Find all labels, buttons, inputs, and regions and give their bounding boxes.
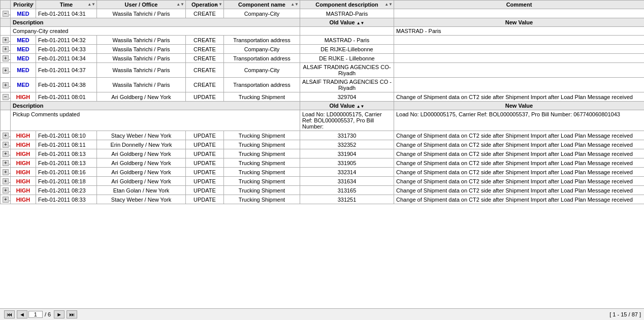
time-cell: Feb-01-2011 04:33 <box>36 45 97 54</box>
prev-page-button[interactable]: ◄ <box>17 310 27 318</box>
comment-cell: Change of Shipment data on CT2 side afte… <box>394 168 645 177</box>
expand-button[interactable]: + <box>3 197 9 203</box>
priority-cell: HIGH <box>11 149 36 158</box>
main-container: Priority ▲▼ Time ▲▼ User / Office ▲▼ Ope… <box>0 0 644 320</box>
detail-new-value: Load No: LD000005175, Carrier Ref: BOL00… <box>394 110 645 131</box>
expand-button[interactable]: − <box>3 94 9 100</box>
compdesc-cell: 331730 <box>300 131 394 140</box>
col-header-priority[interactable]: Priority ▲▼ <box>11 1 36 9</box>
expand-cell[interactable]: − <box>1 92 11 102</box>
expand-button[interactable]: + <box>3 142 9 148</box>
priority-cell: MED <box>11 78 36 92</box>
time-cell: Feb-01-2011 08:10 <box>36 131 97 140</box>
col-header-compdesc[interactable]: Component description ▲▼ <box>300 1 394 9</box>
time-cell: Feb-01-2011 08:16 <box>36 168 97 177</box>
expand-cell[interactable]: + <box>1 186 11 195</box>
table-row: + HIGH Feb-01-2011 08:11 Erin Donnelly /… <box>1 140 645 149</box>
expand-button[interactable]: + <box>3 37 9 43</box>
comment-cell <box>394 63 645 78</box>
priority-value: HIGH <box>16 169 30 175</box>
detail-spacer <box>1 102 11 110</box>
expand-button[interactable]: + <box>3 187 9 194</box>
expand-cell[interactable]: + <box>1 78 11 92</box>
expand-button[interactable]: + <box>3 178 9 184</box>
table-row: − HIGH Feb-01-2011 08:01 Ari Goldberg / … <box>1 92 645 102</box>
expand-cell[interactable]: + <box>1 158 11 168</box>
col-header-compname[interactable]: Component name ▲▼ <box>224 1 300 9</box>
compdesc-cell: MASTRAD - Paris <box>300 36 394 45</box>
operation-cell: UPDATE <box>186 186 224 195</box>
time-cell: Feb-01-2011 08:11 <box>36 140 97 149</box>
priority-value: HIGH <box>16 151 30 157</box>
table-row: + HIGH Feb-01-2011 08:23 Etan Golan / Ne… <box>1 186 645 195</box>
priority-cell: MED <box>11 63 36 78</box>
expand-button[interactable]: + <box>3 151 9 157</box>
compdesc-cell: 313165 <box>300 186 394 195</box>
page-number-input[interactable] <box>28 311 43 318</box>
user-cell: Ari Goldberg / New York <box>97 92 186 102</box>
total-pages-label: / 6 <box>45 311 51 317</box>
expand-button[interactable]: + <box>3 68 9 74</box>
page-info-label: [ 1 - 15 / 87 ] <box>609 311 641 317</box>
table-row: + HIGH Feb-01-2011 08:16 Ari Goldberg / … <box>1 168 645 177</box>
priority-value: MED <box>17 11 29 17</box>
priority-value: HIGH <box>16 178 30 184</box>
compname-cell: Company-City <box>224 9 300 18</box>
col-header-expand <box>1 1 11 9</box>
expand-button[interactable]: + <box>3 133 9 139</box>
col-header-user[interactable]: User / Office ▲▼ <box>97 1 186 9</box>
first-page-button[interactable]: ⏮ <box>4 310 15 318</box>
compdesc-cell: ALSAIF TRADING AGENCIES CO-Riyadh <box>300 63 394 78</box>
operation-cell: CREATE <box>186 45 224 54</box>
table-row: + HIGH Feb-01-2011 08:13 Ari Goldberg / … <box>1 149 645 158</box>
compname-cell: Trucking Shipment <box>224 177 300 186</box>
time-cell: Feb-01-2011 08:18 <box>36 177 97 186</box>
operation-cell: CREATE <box>186 36 224 45</box>
table-row: + MED Feb-01-2011 04:38 Wassila Tahrichi… <box>1 78 645 92</box>
compname-cell: Trucking Shipment <box>224 131 300 140</box>
expand-cell[interactable]: + <box>1 140 11 149</box>
expand-cell[interactable]: + <box>1 131 11 140</box>
compname-cell: Company-City <box>224 63 300 78</box>
comment-cell <box>394 36 645 45</box>
expand-cell[interactable]: + <box>1 149 11 158</box>
expand-button[interactable]: + <box>3 82 9 88</box>
user-cell: Ari Goldberg / New York <box>97 168 186 177</box>
expand-button[interactable]: + <box>3 55 9 61</box>
expand-cell[interactable]: + <box>1 63 11 78</box>
table-scroll-area: Priority ▲▼ Time ▲▼ User / Office ▲▼ Ope… <box>0 0 644 308</box>
priority-cell: HIGH <box>11 131 36 140</box>
next-page-button[interactable]: ► <box>54 310 65 318</box>
table-row: + HIGH Feb-01-2011 08:18 Ari Goldberg / … <box>1 177 645 186</box>
comment-cell: Change of Shipment data on CT2 side afte… <box>394 186 645 195</box>
expand-button[interactable]: + <box>3 169 9 175</box>
sort-priority-icon: ▲▼ <box>26 3 35 7</box>
priority-cell: MED <box>11 54 36 63</box>
expand-button[interactable]: − <box>3 11 9 17</box>
expand-cell[interactable]: + <box>1 168 11 177</box>
time-cell: Feb-01-2011 04:32 <box>36 36 97 45</box>
expand-cell[interactable]: + <box>1 177 11 186</box>
table-row: + MED Feb-01-2011 04:34 Wassila Tahrichi… <box>1 54 645 63</box>
priority-cell: MED <box>11 36 36 45</box>
expand-cell[interactable]: + <box>1 45 11 54</box>
expand-button[interactable]: + <box>3 46 9 52</box>
expand-cell[interactable]: + <box>1 195 11 204</box>
col-header-operation[interactable]: Operation ▲▼ <box>186 1 224 9</box>
operation-cell: UPDATE <box>186 177 224 186</box>
sort-compdesc-icon: ▲▼ <box>384 3 393 7</box>
expand-button[interactable]: + <box>3 160 9 166</box>
detail-value-row: Company-City created MASTRAD - Paris <box>1 27 645 36</box>
comment-cell <box>394 78 645 92</box>
time-cell: Feb-01-2011 08:13 <box>36 158 97 168</box>
col-header-time[interactable]: Time ▲▼ <box>36 1 97 9</box>
table-row: + HIGH Feb-01-2011 08:13 Ari Goldberg / … <box>1 158 645 168</box>
compdesc-cell: 331904 <box>300 149 394 158</box>
expand-cell[interactable]: − <box>1 9 11 18</box>
comment-cell: Change of Shipment data on CT2 side afte… <box>394 177 645 186</box>
operation-cell: CREATE <box>186 54 224 63</box>
expand-cell[interactable]: + <box>1 54 11 63</box>
comment-cell <box>394 9 645 18</box>
last-page-button[interactable]: ⏭ <box>67 310 77 318</box>
expand-cell[interactable]: + <box>1 36 11 45</box>
